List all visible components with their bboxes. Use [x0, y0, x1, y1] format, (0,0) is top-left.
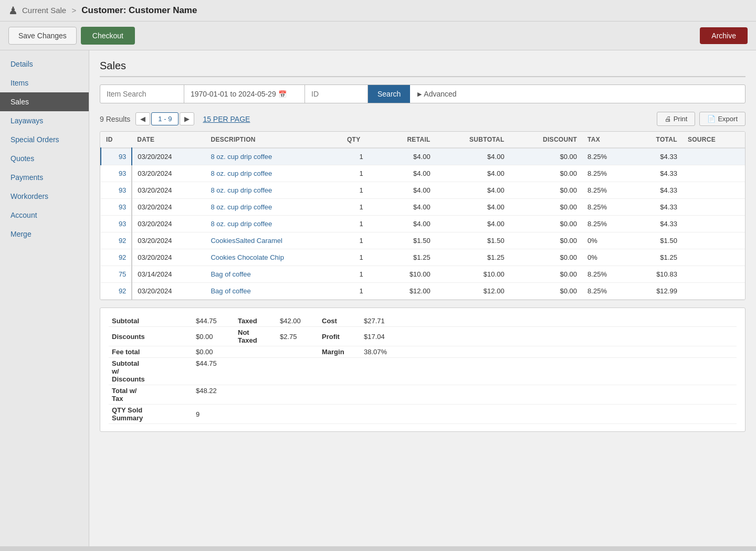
cell-qty: 1 — [342, 182, 381, 199]
results-bar: 9 Results ◀ 1 - 9 ▶ 15 PER PAGE 🖨 Print … — [100, 112, 746, 126]
summary-row-subtotal: Subtotal $44.75 Taxed $42.00 Cost $27.71 — [109, 315, 737, 327]
cell-discount: $0.00 — [510, 266, 582, 283]
cell-total: $1.25 — [631, 249, 682, 266]
cell-total: $4.33 — [631, 216, 682, 232]
cell-tax: 0% — [582, 249, 631, 266]
cell-date: 03/20/2024 — [132, 199, 205, 216]
per-page-selector[interactable]: 15 PER PAGE — [203, 115, 250, 123]
cell-description[interactable]: Cookies Chocolate Chip — [205, 249, 342, 266]
chevron-right-icon: ▶ — [417, 91, 422, 98]
sidebar-item-workorders[interactable]: Workorders — [0, 187, 89, 206]
cell-description[interactable]: 8 oz. cup drip coffee — [205, 199, 342, 216]
not-taxed-label: NotTaxed — [235, 327, 277, 346]
cell-description[interactable]: 8 oz. cup drip coffee — [205, 165, 342, 182]
cell-tax: 8.25% — [582, 182, 631, 199]
sidebar-item-layaways[interactable]: Layaways — [0, 111, 89, 130]
cell-tax: 8.25% — [582, 148, 631, 165]
archive-button[interactable]: Archive — [700, 27, 748, 44]
search-bar: 1970-01-01 to 2024-05-29 📅 Search ▶ Adva… — [100, 84, 746, 103]
sales-table: ID DATE DESCRIPTION QTY RETAIL SUBTOTAL … — [100, 132, 745, 300]
cell-total: $4.33 — [631, 148, 682, 165]
cell-retail: $1.50 — [381, 232, 436, 249]
profit-value: $17.04 — [361, 327, 737, 346]
content-area: Sales 1970-01-01 to 2024-05-29 📅 Search … — [89, 50, 756, 546]
cell-discount: $0.00 — [510, 199, 582, 216]
id-search-input[interactable] — [305, 85, 368, 103]
checkout-button[interactable]: Checkout — [81, 27, 135, 45]
sidebar-item-special-orders[interactable]: Special Orders — [0, 130, 89, 149]
breadcrumb-separator: > — [71, 6, 76, 15]
advanced-button[interactable]: ▶ Advanced — [410, 85, 464, 103]
cell-description[interactable]: CookiesSalted Caramel — [205, 232, 342, 249]
search-button[interactable]: Search — [368, 85, 410, 103]
table-row[interactable]: 75 03/14/2024 Bag of coffee 1 $10.00 $10… — [101, 266, 745, 283]
sidebar-item-details[interactable]: Details — [0, 55, 89, 73]
cost-value: $27.71 — [361, 315, 737, 327]
sidebar-item-sales[interactable]: Sales — [0, 92, 89, 111]
table-row[interactable]: 92 03/20/2024 Cookies Chocolate Chip 1 $… — [101, 249, 745, 266]
cell-id[interactable]: 75 — [101, 266, 132, 283]
pagination-next-button[interactable]: ▶ — [180, 112, 194, 125]
table-row[interactable]: 93 03/20/2024 8 oz. cup drip coffee 1 $4… — [101, 182, 745, 199]
cell-id[interactable]: 92 — [101, 283, 132, 300]
cell-id[interactable]: 93 — [101, 199, 132, 216]
cell-id[interactable]: 93 — [101, 182, 132, 199]
table-header-row: ID DATE DESCRIPTION QTY RETAIL SUBTOTAL … — [101, 132, 745, 148]
table-row[interactable]: 92 03/20/2024 Bag of coffee 1 $12.00 $12… — [101, 283, 745, 300]
print-button[interactable]: 🖨 Print — [657, 112, 696, 126]
pagination-prev-button[interactable]: ◀ — [135, 112, 150, 125]
cell-date: 03/20/2024 — [132, 283, 205, 300]
sidebar-item-account[interactable]: Account — [0, 206, 89, 225]
cell-retail: $4.00 — [381, 182, 436, 199]
cell-id[interactable]: 92 — [101, 249, 132, 266]
cell-description[interactable]: Bag of coffee — [205, 266, 342, 283]
col-discount: DISCOUNT — [510, 132, 582, 148]
cell-discount: $0.00 — [510, 148, 582, 165]
cell-date: 03/20/2024 — [132, 148, 205, 165]
margin-label: Margin — [319, 346, 361, 358]
printer-icon: 🖨 — [665, 115, 671, 123]
breadcrumb-root[interactable]: Current Sale — [22, 6, 66, 15]
cell-description[interactable]: 8 oz. cup drip coffee — [205, 216, 342, 232]
cell-id[interactable]: 92 — [101, 232, 132, 249]
table-row[interactable]: 93 03/20/2024 8 oz. cup drip coffee 1 $4… — [101, 148, 745, 165]
cell-description[interactable]: Bag of coffee — [205, 283, 342, 300]
export-button[interactable]: 📄 Export — [699, 112, 746, 126]
toolbar: Save Changes Checkout Archive — [0, 22, 756, 50]
table-row[interactable]: 93 03/20/2024 8 oz. cup drip coffee 1 $4… — [101, 199, 745, 216]
summary-row-qty-sold: QTY SoldSummary 9 — [109, 405, 737, 424]
cell-id[interactable]: 93 — [101, 148, 132, 165]
cell-qty: 1 — [342, 199, 381, 216]
table-row[interactable]: 93 03/20/2024 8 oz. cup drip coffee 1 $4… — [101, 216, 745, 232]
subtotal-label: Subtotal — [109, 315, 193, 327]
col-source: SOURCE — [682, 132, 745, 148]
cell-discount: $0.00 — [510, 283, 582, 300]
cell-subtotal: $4.00 — [436, 165, 510, 182]
sidebar-item-merge[interactable]: Merge — [0, 225, 89, 243]
sidebar-item-quotes[interactable]: Quotes — [0, 149, 89, 168]
toolbar-left: Save Changes Checkout — [8, 27, 135, 45]
cell-id[interactable]: 93 — [101, 165, 132, 182]
summary-row-subtotal-discounts: Subtotalw/Discounts $44.75 — [109, 358, 737, 385]
sidebar-item-items[interactable]: Items — [0, 73, 89, 92]
save-changes-button[interactable]: Save Changes — [8, 27, 77, 45]
table-row[interactable]: 92 03/20/2024 CookiesSalted Caramel 1 $1… — [101, 232, 745, 249]
margin-value: 38.07% — [361, 346, 737, 358]
item-search-input[interactable] — [100, 85, 184, 103]
sidebar-item-payments[interactable]: Payments — [0, 168, 89, 187]
cell-source — [682, 232, 745, 249]
discounts-value: $0.00 — [193, 327, 235, 346]
table-row[interactable]: 93 03/20/2024 8 oz. cup drip coffee 1 $4… — [101, 165, 745, 182]
cell-discount: $0.00 — [510, 165, 582, 182]
cell-id[interactable]: 93 — [101, 216, 132, 232]
summary-section: Subtotal $44.75 Taxed $42.00 Cost $27.71… — [100, 308, 746, 432]
cell-subtotal: $4.00 — [436, 199, 510, 216]
cell-source — [682, 266, 745, 283]
cell-description[interactable]: 8 oz. cup drip coffee — [205, 182, 342, 199]
fee-total-label: Fee total — [109, 346, 193, 358]
cell-retail: $12.00 — [381, 283, 436, 300]
date-range-field[interactable]: 1970-01-01 to 2024-05-29 📅 — [184, 85, 305, 103]
total-w-tax-label: Total w/Tax — [109, 385, 193, 405]
cell-description[interactable]: 8 oz. cup drip coffee — [205, 148, 342, 165]
cell-total: $10.83 — [631, 266, 682, 283]
